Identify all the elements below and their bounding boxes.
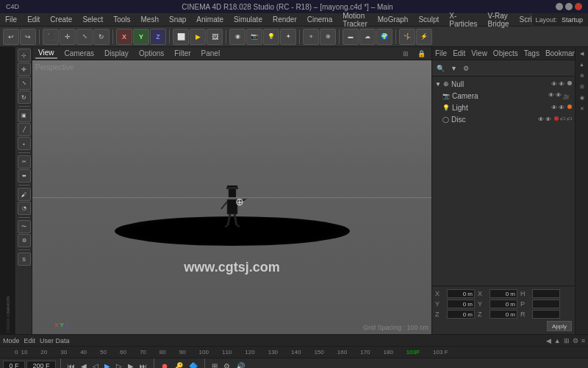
menu-select[interactable]: Select	[80, 15, 105, 24]
y-axis-btn[interactable]: Y	[133, 29, 149, 45]
z-axis-btn[interactable]: Z	[150, 29, 166, 45]
menu-cinema[interactable]: Cinema	[305, 15, 334, 24]
mode-left-arrow[interactable]: ◀	[546, 337, 551, 344]
lt-poly[interactable]: ▣	[18, 109, 31, 122]
layout-selector[interactable]: Layout: Startup	[531, 13, 588, 26]
tab-cameras[interactable]: Cameras	[62, 49, 98, 58]
close-button[interactable]	[575, 3, 582, 10]
camera-visibility[interactable]: 👁	[548, 92, 554, 100]
lt-edge[interactable]: ╱	[18, 123, 31, 136]
h-coord-input[interactable]	[532, 289, 560, 298]
rotate-tool[interactable]: ↻	[93, 29, 110, 45]
menu-snap[interactable]: Snap	[167, 15, 188, 24]
go-start-btn[interactable]: ⏮	[65, 361, 77, 369]
tab-options[interactable]: Options	[136, 49, 167, 58]
next-frame-btn[interactable]: ▶	[126, 361, 136, 369]
snap-btn[interactable]: ⌖	[303, 29, 319, 45]
lt-knife[interactable]: ✂	[18, 155, 31, 169]
rp-filter-icon[interactable]: ▼	[449, 64, 459, 73]
keyframe-btn[interactable]: 🔷	[187, 361, 200, 369]
x-coord-input[interactable]	[447, 289, 475, 298]
menu-sculpt[interactable]: Sculpt	[416, 15, 441, 24]
env-btn[interactable]: 🌍	[376, 29, 392, 45]
viewport[interactable]: Perspective	[32, 60, 431, 334]
menu-create[interactable]: Create	[48, 15, 74, 24]
viewport-zoom[interactable]: ⊞	[400, 49, 412, 58]
render-to-po-btn[interactable]: 🖼	[207, 29, 223, 45]
rmt-6[interactable]: ✕	[577, 104, 587, 114]
rmt-1[interactable]: ◀	[577, 49, 587, 59]
floor-btn[interactable]: ▬	[343, 29, 359, 45]
prev-frame-btn[interactable]: ◀	[79, 361, 89, 369]
menu-render[interactable]: Render	[270, 15, 299, 24]
rp-view-menu[interactable]: View	[471, 49, 487, 57]
tab-filter[interactable]: Filter	[171, 49, 193, 58]
mode-config[interactable]: ⚙	[573, 337, 578, 344]
rp-edit-menu[interactable]: Edit	[453, 49, 465, 57]
render-region-btn[interactable]: ⬜	[173, 29, 189, 45]
apply-button[interactable]: Apply	[547, 321, 572, 331]
lights-btn[interactable]: 💡	[263, 29, 279, 45]
lt-rotate[interactable]: ↻	[18, 91, 31, 104]
go-end-btn[interactable]: ⏭	[137, 361, 149, 369]
menu-mograph[interactable]: MoGraph	[376, 15, 411, 24]
light-extra-btn[interactable]: ⚡	[416, 29, 432, 45]
menu-edit[interactable]: Edit	[25, 15, 42, 24]
lt-spline[interactable]: 〜	[18, 220, 31, 233]
menu-xparticles[interactable]: X-Particles	[447, 11, 479, 29]
mode-btn[interactable]: Mode	[3, 337, 20, 344]
undo-button[interactable]: ↩	[3, 29, 19, 45]
render-btn[interactable]: ▶	[190, 29, 206, 45]
autokey-btn[interactable]: 🔑	[172, 361, 185, 369]
timeline-opts[interactable]: ⚙	[221, 361, 232, 369]
lt-sculpt[interactable]: ◔	[18, 202, 31, 215]
menu-animate[interactable]: Animate	[194, 15, 226, 24]
y2-coord-input[interactable]	[490, 300, 517, 308]
light-visibility[interactable]: 👁	[551, 105, 557, 111]
prev-key-btn[interactable]: ◁	[90, 361, 101, 369]
sky-btn[interactable]: ☁	[359, 29, 376, 45]
null-render-vis[interactable]: 👁	[559, 81, 564, 88]
x2-coord-input[interactable]	[490, 289, 517, 298]
play-btn[interactable]: ▶	[102, 361, 112, 369]
lt-bridge[interactable]: ⬌	[18, 169, 31, 183]
record-btn[interactable]: ⏺	[159, 361, 171, 369]
edit-btn[interactable]: Edit	[24, 337, 36, 344]
tree-item-null[interactable]: ▼ ⊕ Null 👁 👁	[434, 78, 573, 90]
object-btn[interactable]: ◉	[229, 29, 245, 45]
sound-btn[interactable]: 🔊	[234, 361, 247, 369]
tree-item-disc[interactable]: ◯ Disc 👁 👁 🏷 🏷	[434, 113, 573, 125]
disc-visibility[interactable]: 👁	[538, 116, 544, 123]
null-btn[interactable]: ✦	[280, 29, 296, 45]
rmt-2[interactable]: ▲	[577, 60, 587, 70]
lt-point[interactable]: •	[18, 137, 31, 150]
rp-file-menu[interactable]: File	[435, 49, 447, 57]
mode-up-arrow[interactable]: ▲	[554, 337, 561, 344]
maximize-button[interactable]	[565, 3, 573, 10]
z-coord-input[interactable]	[447, 310, 475, 319]
menu-tools[interactable]: Tools	[111, 15, 132, 24]
tab-panel[interactable]: Panel	[198, 49, 223, 58]
rmt-3[interactable]: ⊕	[577, 71, 587, 81]
tab-view[interactable]: View	[35, 48, 57, 59]
next-key-btn[interactable]: ▷	[114, 361, 124, 369]
null-visibility[interactable]: 👁	[551, 81, 557, 88]
camera-render-vis[interactable]: 👁	[556, 92, 562, 100]
lt-move[interactable]: ✛	[18, 63, 31, 76]
rp-tags-menu[interactable]: Tags	[524, 49, 539, 57]
redo-button[interactable]: ↪	[20, 29, 36, 45]
x-axis-btn[interactable]: X	[116, 29, 132, 45]
mode-more[interactable]: ≡	[581, 337, 585, 344]
tab-display[interactable]: Display	[101, 49, 132, 58]
r-coord-input[interactable]	[532, 310, 560, 319]
lt-scale[interactable]: ⤡	[18, 77, 31, 90]
viewport-lock[interactable]: 🔒	[415, 49, 429, 58]
mode-icons[interactable]: ⊞	[564, 337, 570, 344]
z2-coord-input[interactable]	[490, 310, 517, 319]
coord-btn[interactable]: ⊕	[320, 29, 336, 45]
menu-simulate[interactable]: Simulate	[232, 15, 265, 24]
fps-btn[interactable]: ⊞	[209, 361, 220, 369]
move-tool[interactable]: ✛	[60, 29, 76, 45]
disc-render-vis[interactable]: 👁	[545, 116, 551, 123]
start-frame-input[interactable]	[3, 361, 25, 368]
